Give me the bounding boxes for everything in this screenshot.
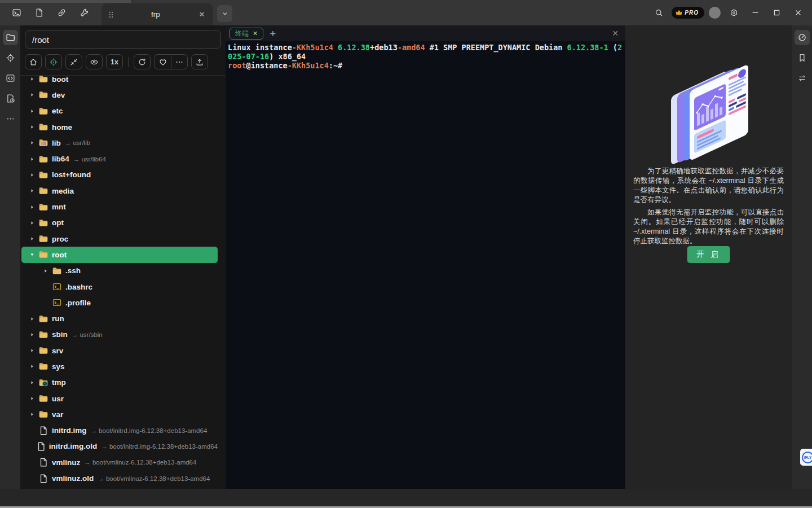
more-icon[interactable] <box>171 54 188 69</box>
tree-item-media[interactable]: media <box>21 183 218 199</box>
path-input[interactable] <box>25 30 221 49</box>
code-icon[interactable] <box>3 71 18 86</box>
terminal-panel-close-icon[interactable]: ✕ <box>612 29 619 38</box>
collapse-arrow-icon[interactable] <box>27 252 37 257</box>
tree-item-initrd.img[interactable]: initrd.img→ boot/initrd.img-6.12.38+deb1… <box>21 423 218 439</box>
file-icon <box>37 426 50 436</box>
tree-item-lib[interactable]: lib→ usr/lib <box>21 135 218 151</box>
folder-icon <box>37 314 50 324</box>
expand-arrow-icon[interactable] <box>27 411 37 417</box>
tree-item-mnt[interactable]: mnt <box>21 199 218 214</box>
enable-monitor-button[interactable]: 开 启 <box>687 246 730 263</box>
maximize-icon[interactable] <box>768 5 785 21</box>
file-explorer-panel: 1x bootdevetchomelib→ usr/liblib64→ usr/… <box>20 25 226 489</box>
tree-item-sbin[interactable]: sbin→ usr/sbin <box>21 327 218 343</box>
bookmark-icon[interactable] <box>795 50 810 65</box>
dashboard-illustration <box>661 63 757 169</box>
settings-icon[interactable] <box>725 5 742 21</box>
expand-arrow-icon[interactable] <box>27 76 37 82</box>
close-icon[interactable] <box>789 5 806 21</box>
expand-arrow-icon[interactable] <box>27 332 37 338</box>
drag-handle-icon[interactable] <box>107 11 115 19</box>
locate-icon[interactable] <box>3 50 18 65</box>
terminal-line: Linux instance-KKh5u1c4 6.12.38+deb13-am… <box>228 43 623 52</box>
folder-icon <box>37 330 50 340</box>
file-icon[interactable] <box>30 5 47 21</box>
search-icon[interactable] <box>650 5 667 21</box>
tree-item-name: sys <box>52 362 65 371</box>
terminal-output[interactable]: Linux instance-KKh5u1c4 6.12.38+deb13-am… <box>226 41 625 489</box>
tree-item-lost+found[interactable]: lost+found <box>21 167 218 183</box>
zoom-level-button[interactable]: 1x <box>106 54 123 69</box>
tree-item-etc[interactable]: etc <box>21 103 218 119</box>
home-icon[interactable] <box>25 54 42 69</box>
session-tab-close-icon[interactable]: ✕ <box>196 9 208 20</box>
upload-icon[interactable] <box>191 54 208 69</box>
expand-arrow-icon[interactable] <box>27 316 37 322</box>
expand-arrow-icon[interactable] <box>27 172 37 178</box>
file-clock-icon[interactable] <box>3 91 18 106</box>
tree-item-boot[interactable]: boot <box>21 76 218 87</box>
expand-arrow-icon[interactable] <box>27 140 37 146</box>
tree-item-initrd.img.old[interactable]: initrd.img.old→ boot/initrd.img-6.12.38+… <box>21 439 218 454</box>
tree-item-sys[interactable]: sys <box>21 358 218 374</box>
expand-arrow-icon[interactable] <box>27 92 37 98</box>
tab-list-chevron-button[interactable] <box>217 5 232 22</box>
tree-item-tmp[interactable]: tmp <box>21 375 218 391</box>
gauge-icon[interactable] <box>795 30 810 45</box>
tree-item-root[interactable]: root <box>21 247 218 262</box>
expand-arrow-icon[interactable] <box>27 156 37 162</box>
tree-item-.bashrc[interactable]: .bashrc <box>21 279 218 295</box>
terminal-tab[interactable]: 终端 ✕ <box>230 28 263 40</box>
new-terminal-button[interactable]: + <box>270 28 276 39</box>
link-icon[interactable] <box>53 5 70 21</box>
tree-item-usr[interactable]: usr <box>21 391 218 406</box>
expand-arrow-icon[interactable] <box>27 396 37 401</box>
expand-arrow-icon[interactable] <box>27 348 37 353</box>
tree-item-opt[interactable]: opt <box>21 215 218 231</box>
file-icon <box>36 441 47 452</box>
refresh-icon[interactable] <box>134 54 151 69</box>
eye-icon[interactable] <box>86 54 103 69</box>
folder-rail-icon[interactable] <box>3 30 18 45</box>
expand-arrow-icon[interactable] <box>41 268 51 274</box>
heart-icon[interactable] <box>154 54 171 69</box>
tree-item-srv[interactable]: srv <box>21 343 218 358</box>
tree-item-vmlinuz[interactable]: vmlinuz→ boot/vmlinuz-6.12.38+deb13-amd6… <box>21 454 218 470</box>
tree-item-.ssh[interactable]: .ssh <box>21 263 218 279</box>
tree-item-var[interactable]: var <box>21 406 218 422</box>
more-icon[interactable] <box>3 111 18 126</box>
tree-item-home[interactable]: home <box>21 119 218 135</box>
tree-item-run[interactable]: run <box>21 310 218 326</box>
minimize-icon[interactable] <box>747 5 764 21</box>
expand-arrow-icon[interactable] <box>27 204 37 210</box>
terminal-window-icon[interactable] <box>8 5 25 21</box>
file-icon <box>37 457 50 467</box>
monitor-panel: 为了更精确地获取监控数据，并减少不必要的数据传输，系统会在 ~/.xtermin… <box>625 25 792 489</box>
tree-item-proc[interactable]: proc <box>21 231 218 247</box>
session-tab-label: frp <box>115 10 196 19</box>
expand-arrow-icon[interactable] <box>27 364 37 369</box>
expand-arrow-icon[interactable] <box>27 380 37 386</box>
app-window: frp ✕ PRO 1x bootdevetchomelib→ usr/libl… <box>0 0 812 508</box>
tree-item-dev[interactable]: dev <box>21 87 218 103</box>
tree-item-lib64[interactable]: lib64→ usr/lib64 <box>21 151 218 167</box>
terminal-tab-close-icon[interactable]: ✕ <box>253 30 258 37</box>
avatar[interactable] <box>709 7 721 19</box>
session-tab-frp[interactable]: frp ✕ <box>102 3 213 25</box>
tree-item-.profile[interactable]: .profile <box>21 295 218 310</box>
expand-arrow-icon[interactable] <box>27 124 37 130</box>
symlink-target: → boot/vmlinuz-6.12.38+deb13-amd64 <box>84 459 196 466</box>
pro-badge[interactable]: PRO <box>672 7 704 19</box>
expand-arrow-icon[interactable] <box>27 236 37 242</box>
locate-icon[interactable] <box>45 54 62 69</box>
collapse-icon[interactable] <box>65 54 82 69</box>
wrench-icon[interactable] <box>76 5 92 21</box>
expand-arrow-icon[interactable] <box>27 220 37 226</box>
expand-arrow-icon[interactable] <box>27 108 37 114</box>
tree-item-vmlinuz.old[interactable]: vmlinuz.old→ boot/vmlinuz-6.12.38+deb13-… <box>21 470 218 486</box>
tree-item-name: mnt <box>52 203 66 211</box>
swap-icon[interactable] <box>795 71 810 86</box>
expand-arrow-icon[interactable] <box>27 188 37 194</box>
ime-badge[interactable]: iFLY <box>800 449 812 466</box>
